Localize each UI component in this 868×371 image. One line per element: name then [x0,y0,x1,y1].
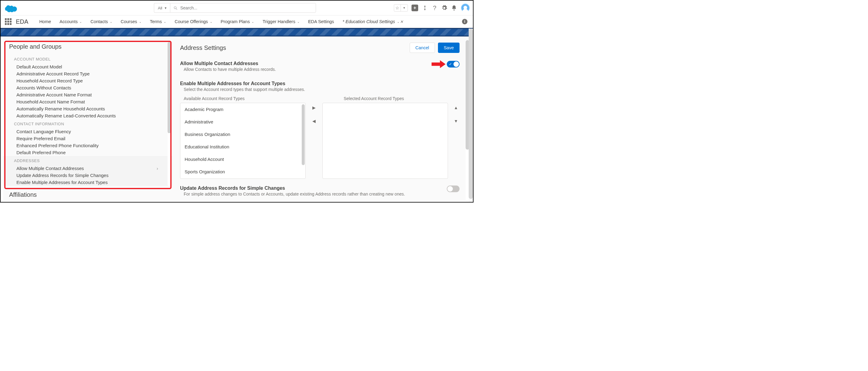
sidebar-item[interactable]: Require Preferred Email [8,135,167,142]
sidebar-item[interactable]: Allow Multiple Contact Addresses› [8,165,167,172]
setting-allow-multi-desc: Allow Contacts to have multiple Address … [180,67,276,72]
settings-sidebar: People and Groups ACCOUNT MODELDefault A… [3,37,173,201]
chevron-down-icon: ⌄ [397,20,399,23]
sidebar-item[interactable]: Enable Multiple Addresses for Account Ty… [8,179,167,186]
sidebar-item[interactable]: Default Account Model [8,63,167,70]
nav-tab[interactable]: Terms⌄ [146,16,170,28]
nav-label: Contacts [90,19,108,24]
sidebar-item-label: Administrative Account Record Type [17,71,90,76]
chevron-down-icon: ⌄ [297,20,300,23]
selected-listbox[interactable] [322,103,448,179]
nav-label: * Education Cloud Settings [342,19,395,24]
listbox-option[interactable]: Administrative [180,116,305,128]
star-icon[interactable]: ☆ [394,5,401,11]
sync-icon[interactable] [422,5,428,11]
caret-down-icon: ▼ [164,6,167,10]
sidebar-item[interactable]: Enhanced Preferred Phone Functionality [8,142,167,149]
gear-icon[interactable] [441,5,447,11]
user-avatar[interactable] [461,3,470,12]
cancel-button[interactable]: Cancel [410,42,435,53]
sidebar-item[interactable]: Automatically Rename Household Accounts [8,105,167,112]
app-launcher-icon[interactable] [5,18,11,25]
chevron-down-icon: ⌄ [210,20,212,23]
sidebar-item[interactable]: Automatically Rename Lead-Converted Acco… [8,112,167,119]
nav-label: Trigger Handlers [262,19,295,24]
save-button[interactable]: Save [438,42,460,53]
selected-label: Selected Account Record Types [320,96,404,101]
sidebar-group-label: ADDRESSES [8,156,167,165]
nav-tab[interactable]: Program Plans⌄ [217,16,258,28]
notifications-icon[interactable] [451,5,457,11]
sidebar-item[interactable]: Administrative Account Name Format [8,91,167,98]
nav-tab[interactable]: Trigger Handlers⌄ [258,16,304,28]
sidebar-item[interactable]: Household Account Record Type [8,77,167,84]
search-scope-picker[interactable]: All ▼ [154,3,170,13]
toggle-allow-multi[interactable]: ✓ [447,61,460,67]
nav-label: EDA Settings [308,19,334,24]
sidebar-item-label: Enhanced Preferred Phone Functionality [17,143,98,148]
app-name: EDA [16,18,28,25]
setting-update-addr-desc: For simple address changes to Contacts o… [180,192,405,196]
sidebar-item-label: Accounts Without Contacts [17,85,71,90]
listbox-option[interactable]: Academic Program [180,103,305,116]
sidebar-scrollthumb[interactable] [167,42,171,133]
settings-main: Address Settings Cancel Save Allow Multi… [173,37,470,201]
sidebar-item-label: Update Address Records for Simple Change… [17,173,108,178]
nav-tab[interactable]: Home [35,16,55,28]
move-down-button[interactable]: ▼ [454,119,458,123]
available-label: Available Account Record Types [180,96,320,101]
sidebar-item[interactable]: Update Address Records for Simple Change… [8,172,167,179]
nav-tab[interactable]: Courses⌄ [117,16,146,28]
chevron-right-icon: › [157,166,162,171]
favorites-combo[interactable]: ☆ ▼ [394,4,408,11]
listbox-option[interactable]: Sports Organization [180,165,305,178]
help-icon[interactable]: ? [432,5,438,11]
sidebar-item[interactable]: Administrative Account Record Type [8,70,167,77]
listbox-option[interactable]: Educational Institution [180,141,305,153]
sidebar-item-label: Default Preferred Phone [17,150,66,155]
sidebar-item-label: Household Account Record Type [17,78,83,83]
sidebar-item[interactable]: Default Preferred Phone [8,149,167,156]
chevron-down-icon: ⌄ [80,20,82,23]
check-icon: ✓ [449,62,452,66]
nav-tab[interactable]: Accounts⌄ [55,16,86,28]
svg-point-0 [174,6,177,8]
sidebar-item[interactable]: Household Account Name Format [8,98,167,105]
sidebar-item-label: Allow Multiple Contact Addresses [17,166,84,171]
caret-down-icon[interactable]: ▼ [401,5,407,11]
search-input[interactable] [180,5,313,10]
nav-label: Terms [150,19,162,24]
available-listbox[interactable]: Academic ProgramAdministrativeBusiness O… [180,103,306,179]
sidebar-item[interactable]: Contact Language Fluency [8,128,167,135]
nav-tab[interactable]: EDA Settings [304,16,338,28]
nav-tab[interactable]: Contacts⌄ [86,16,116,28]
move-left-button[interactable]: ◀ [312,119,316,123]
sidebar-group-label: ACCOUNT MODEL [8,55,167,63]
nav-tab[interactable]: * Education Cloud Settings⌄✕ [338,16,407,28]
nav-tab[interactable]: Course Offerings⌄ [170,16,216,28]
sidebar-title-2: Affiliations [8,191,167,198]
page-scrollthumb[interactable] [469,29,473,199]
move-right-button[interactable]: ▶ [312,105,316,110]
nav-label: Course Offerings [175,19,208,24]
close-icon[interactable]: ✕ [400,20,403,24]
chevron-down-icon: ⌄ [110,20,112,23]
listbox-option[interactable]: Business Organization [180,128,305,141]
chevron-down-icon: ⌄ [251,20,254,23]
global-header: All ▼ ☆ ▼ + ? [1,1,473,15]
listbox-option[interactable]: Household Account [180,153,305,165]
callout-arrow-icon [432,60,445,70]
listbox-scrollthumb[interactable] [302,104,305,165]
chevron-down-icon: ⌄ [164,20,166,23]
sidebar-item-label: Default Account Model [17,64,62,69]
setting-allow-multi-title: Allow Multiple Contact Addresses [180,61,276,66]
info-icon[interactable]: i [462,19,467,24]
setting-multi-acct-title: Enable Multiple Addresses for Account Ty… [180,81,460,86]
global-search[interactable] [170,3,316,13]
toggle-update-addr[interactable] [447,185,460,192]
sidebar-item-label: Enable Multiple Addresses for Account Ty… [17,180,108,185]
move-up-button[interactable]: ▲ [454,105,458,110]
sidebar-item[interactable]: Accounts Without Contacts [8,84,167,91]
setting-multi-acct-desc: Select the Account record types that sup… [180,87,460,92]
global-add-button[interactable]: + [411,5,418,11]
